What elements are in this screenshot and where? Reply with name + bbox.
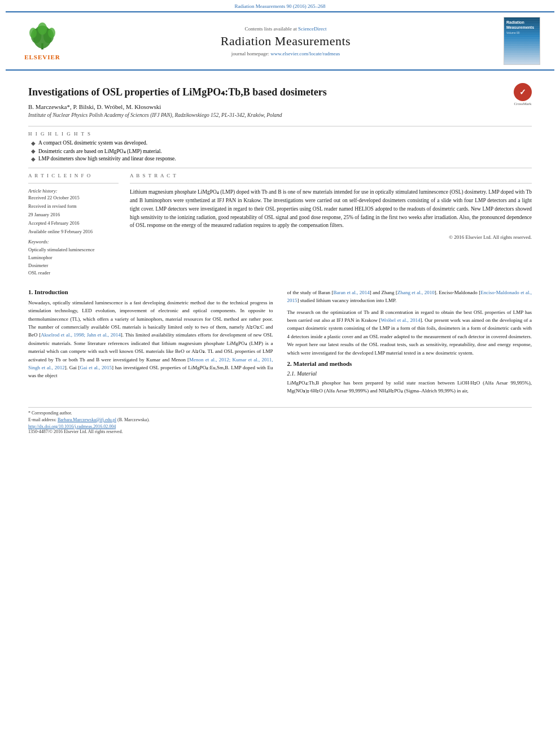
abstract-label: A B S T R A C T	[130, 173, 532, 178]
email-suffix: (B. Marczewska).	[117, 417, 150, 422]
ref-wrobel[interactable]: Wróbel et al., 2014	[380, 317, 420, 323]
svg-point-4	[29, 28, 37, 38]
homepage-prefix: journal homepage:	[231, 51, 270, 56]
elsevier-brand-text: ELSEVIER	[24, 54, 60, 60]
article-info-column: A R T I C L E I N F O Article history: R…	[28, 173, 119, 277]
article-info-label: A R T I C L E I N F O	[28, 173, 119, 178]
email-note: E-mail address: Barbara.Marczewska@ifj.e…	[28, 417, 532, 422]
bullet-icon-2: ◆	[31, 148, 36, 154]
highlight-item-3: ◆ LMP dosimeters show high sensitivity a…	[31, 156, 532, 162]
abstract-text: Lithium magnesium phosphate LiMgPO₄ (LMP…	[130, 188, 532, 230]
email-label: E-mail address:	[28, 417, 56, 422]
intro-paragraph-3: The research on the optimization of Tb a…	[287, 308, 532, 357]
bullet-icon-3: ◆	[31, 156, 36, 162]
body-two-col: 1. Introduction Nowadays, optically stim…	[28, 289, 532, 399]
crossmark-icon: ✓	[514, 83, 532, 101]
svg-point-6	[38, 23, 47, 35]
journal-cover-image: Radiation Measurements Volume 90	[504, 17, 540, 65]
body-content: 1. Introduction Nowadays, optically stim…	[0, 286, 560, 407]
journal-title: Radiation Measurements	[68, 34, 504, 49]
doi-anchor[interactable]: http://dx.doi.org/10.1016/j.radmeas.2016…	[28, 424, 116, 429]
ref-gai[interactable]: Gai et al., 2015	[80, 365, 112, 370]
authors-line: B. Marczewska*, P. Bilski, D. Wróbel, M.…	[28, 103, 532, 110]
email-link[interactable]: Barbara.Marczewska@ifj.edu.pl	[58, 417, 116, 422]
highlights-divider	[28, 126, 532, 126]
material-paragraph-1: LiMgPO₄:Tb,B phosphor has been prepared …	[287, 379, 532, 395]
ref-baran[interactable]: Baran et al., 2014	[334, 290, 370, 295]
material-subheading: 2.1. Material	[287, 370, 532, 377]
science-direct-link[interactable]: ScienceDirect	[298, 26, 326, 32]
abstract-divider	[130, 183, 532, 184]
info-divider	[28, 183, 119, 184]
svg-point-5	[48, 28, 55, 38]
footnote-area: * Corresponding author. E-mail address: …	[28, 407, 532, 434]
info-abstract-container: A R T I C L E I N F O Article history: R…	[28, 173, 532, 277]
highlight-item-1: ◆ A compact OSL dosimetric system was de…	[31, 140, 532, 146]
crossmark-badge[interactable]: ✓ CrossMark	[514, 83, 532, 106]
journal-header: ELSEVIER Contents lists available at Sci…	[6, 11, 554, 71]
revised-date: 29 January 2016	[28, 212, 119, 217]
highlights-label: H I G H L I G H T S	[28, 131, 532, 137]
keyword-1: Optically stimulated luminescence	[28, 246, 119, 254]
article-content: ✓ CrossMark Investigations of OSL proper…	[0, 71, 560, 286]
highlights-section: H I G H L I G H T S ◆ A compact OSL dosi…	[28, 131, 532, 162]
intro-heading: 1. Introduction	[28, 289, 273, 295]
keyword-4: OSL reader	[28, 269, 119, 277]
journal-citation-text: Radiation Measurements 90 (2016) 265–268	[235, 3, 326, 9]
page-wrapper: Radiation Measurements 90 (2016) 265–268…	[0, 0, 560, 747]
contents-prefix: Contents lists available at	[245, 26, 298, 32]
doi-link[interactable]: http://dx.doi.org/10.1016/j.radmeas.2016…	[28, 424, 532, 429]
journal-cover: Radiation Measurements Volume 90	[504, 17, 543, 65]
elsevier-logo: ELSEVIER	[17, 21, 68, 60]
homepage-url[interactable]: www.elsevier.com/locate/radmeas	[270, 51, 340, 56]
corresponding-author-note: * Corresponding author.	[28, 410, 532, 416]
crossmark-label: CrossMark	[514, 102, 532, 106]
keywords-list: Optically stimulated luminescence Lumino…	[28, 246, 119, 277]
keyword-3: Dosimeter	[28, 262, 119, 270]
contents-available-line: Contents lists available at ScienceDirec…	[68, 26, 504, 32]
corresponding-label: * Corresponding author.	[28, 410, 72, 416]
body-right-col: of the study of Baran [Baran et al., 201…	[287, 289, 532, 399]
revised-label: Received in revised form	[28, 203, 119, 209]
accepted-date: Accepted 4 February 2016	[28, 220, 119, 226]
intro-paragraph-2: of the study of Baran [Baran et al., 201…	[287, 289, 532, 305]
highlight-text-1: A compact OSL dosimetric system was deve…	[38, 140, 147, 146]
elsevier-tree-icon	[25, 21, 59, 53]
highlight-item-2: ◆ Dosimetric cards are based on LiMgPO₄ …	[31, 148, 532, 154]
highlights-list: ◆ A compact OSL dosimetric system was de…	[28, 140, 532, 162]
available-date: Available online 9 February 2016	[28, 229, 119, 234]
info-abstract-divider	[28, 168, 532, 168]
affiliation: Institute of Nuclear Physics Polish Acad…	[28, 112, 532, 118]
highlight-text-3: LMP dosimeters show high sensitivity and…	[38, 156, 176, 161]
authors-text: B. Marczewska*, P. Bilski, D. Wróbel, M.…	[28, 103, 161, 110]
copyright-line: 1350-4487/© 2016 Elsevier Ltd. All right…	[28, 429, 532, 434]
journal-center: Contents lists available at ScienceDirec…	[68, 26, 504, 56]
material-heading: 2. Material and methods	[287, 360, 532, 367]
bullet-icon-1: ◆	[31, 140, 36, 146]
keywords-label: Keywords:	[28, 239, 119, 244]
journal-citation: Radiation Measurements 90 (2016) 265–268	[0, 0, 560, 11]
ref-zhang[interactable]: Zhang et al., 2010	[397, 290, 435, 295]
abstract-column: A B S T R A C T Lithium magnesium phosph…	[130, 173, 532, 277]
history-label: Article history:	[28, 188, 119, 194]
homepage-line: journal homepage: www.elsevier.com/locat…	[68, 51, 504, 56]
keyword-2: Luminophor	[28, 254, 119, 262]
abstract-copyright: © 2016 Elsevier Ltd. All rights reserved…	[130, 234, 532, 240]
highlight-text-2: Dosimetric cards are based on LiMgPO₄ (L…	[38, 148, 162, 154]
body-left-col: 1. Introduction Nowadays, optically stim…	[28, 289, 273, 399]
ref-menon[interactable]: Menon et al., 2012; Kumar et al., 2011, …	[28, 357, 273, 370]
intro-paragraph-1: Nowadays, optically stimulated luminesce…	[28, 299, 273, 380]
article-title: Investigations of OSL properties of LiMg…	[28, 86, 532, 99]
received-date: Received 22 October 2015	[28, 195, 119, 200]
ref-akselrod[interactable]: Akselrod et al., 1998; Jahn et al., 2014	[41, 332, 121, 338]
